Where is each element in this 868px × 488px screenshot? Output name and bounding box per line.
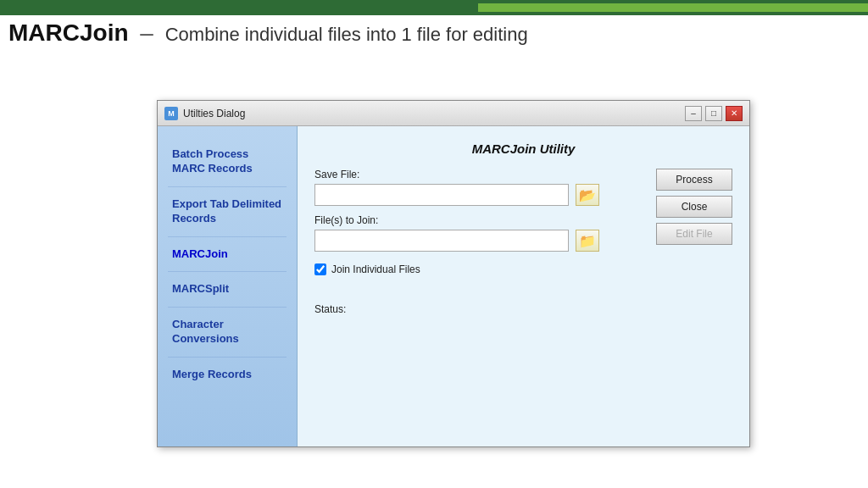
files-to-join-row: File(s) to Join: 📁: [314, 214, 639, 252]
top-bar-accent: [478, 3, 868, 12]
folder-open-icon: 📂: [579, 187, 596, 203]
page-title-subtitle: Combine individual files into 1 file for…: [165, 24, 528, 45]
title-bar-text: Utilties Dialog: [183, 108, 685, 119]
sidebar-item-batch-process[interactable]: Batch Process MARC Records: [168, 139, 287, 185]
dialog-sidebar: Batch Process MARC Records Export Tab De…: [158, 126, 298, 446]
save-file-input[interactable]: [314, 184, 569, 206]
title-bar: M Utilties Dialog – □ ✕: [158, 101, 749, 126]
sidebar-divider-5: [168, 357, 287, 358]
sidebar-item-marcjoin[interactable]: MARCJoin: [168, 239, 287, 270]
save-file-browse-button[interactable]: 📂: [576, 184, 599, 206]
save-file-label: Save File:: [314, 169, 639, 180]
sidebar-item-character-conversions[interactable]: Character Conversions: [168, 309, 287, 355]
files-to-join-input[interactable]: [314, 230, 569, 252]
status-area: Status:: [314, 301, 732, 316]
page-title: MARCJoin – Combine individual files into…: [8, 19, 860, 47]
fields-area: Save File: 📂 File(s) to Join:: [314, 169, 639, 275]
status-label: Status:: [314, 303, 346, 315]
folder-icon: 📁: [579, 233, 596, 249]
join-individual-label: Join Individual Files: [331, 263, 420, 275]
close-button[interactable]: Close: [656, 196, 732, 218]
dialog-body: Batch Process MARC Records Export Tab De…: [158, 126, 749, 446]
page-title-app: MARCJoin: [8, 19, 129, 46]
process-button[interactable]: Process: [656, 169, 732, 191]
restore-button[interactable]: □: [705, 106, 722, 121]
close-window-button[interactable]: ✕: [726, 106, 743, 121]
save-file-row: Save File: 📂: [314, 169, 639, 206]
sidebar-item-export-tab[interactable]: Export Tab Delimited Records: [168, 189, 287, 235]
sidebar-divider-1: [168, 186, 287, 187]
files-to-join-browse-button[interactable]: 📁: [576, 230, 599, 252]
dialog-window: M Utilties Dialog – □ ✕ Batch Process MA…: [157, 100, 750, 447]
files-to-join-label: File(s) to Join:: [314, 214, 639, 226]
page-title-area: MARCJoin – Combine individual files into…: [8, 19, 860, 47]
sidebar-item-marcsplit[interactable]: MARCSplit: [168, 274, 287, 305]
dialog-main-title: MARCJoin Utility: [314, 141, 732, 156]
title-bar-icon: M: [164, 107, 178, 120]
dialog-main: MARCJoin Utility Save File: 📂: [298, 126, 749, 446]
sidebar-divider-4: [168, 307, 287, 308]
page-title-dash: –: [140, 19, 153, 46]
files-to-join-input-row: 📁: [314, 230, 639, 252]
edit-file-button[interactable]: Edit File: [656, 223, 732, 245]
join-individual-checkbox[interactable]: [314, 263, 326, 275]
save-file-input-row: 📂: [314, 184, 639, 206]
join-individual-row: Join Individual Files: [314, 263, 639, 275]
main-content-row: Save File: 📂 File(s) to Join:: [314, 169, 732, 275]
minimize-button[interactable]: –: [685, 106, 702, 121]
sidebar-item-merge-records[interactable]: Merge Records: [168, 359, 287, 391]
title-bar-buttons: – □ ✕: [685, 106, 743, 121]
sidebar-divider-2: [168, 236, 287, 237]
sidebar-divider-3: [168, 271, 287, 272]
